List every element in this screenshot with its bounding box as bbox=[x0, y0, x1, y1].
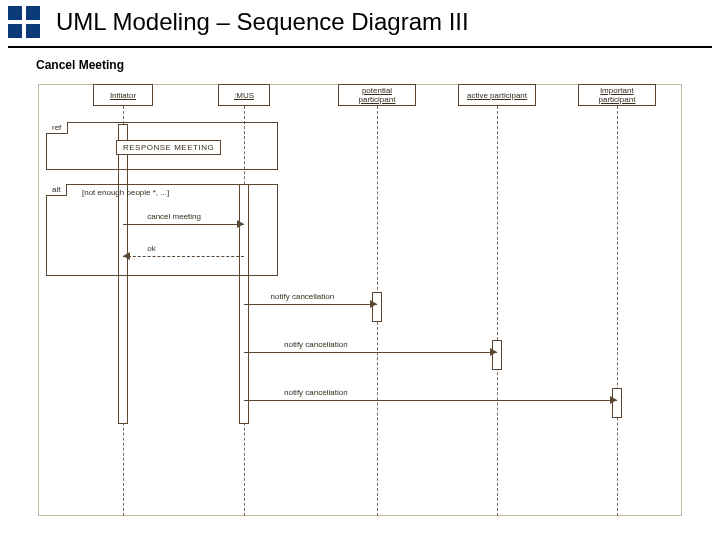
lifeline-head-active: active participant bbox=[458, 84, 536, 106]
message-arrow-cancel_meeting bbox=[237, 220, 244, 228]
message-label-cancel_meeting: cancel meeting bbox=[147, 212, 201, 221]
message-notify1 bbox=[244, 304, 377, 305]
fragment-ref-title: RESPONSE MEETING bbox=[116, 140, 221, 155]
title-bullet-icon bbox=[8, 6, 40, 38]
message-arrow-notify3 bbox=[610, 396, 617, 404]
message-label-notify1: notify cancellation bbox=[271, 292, 335, 301]
lifeline-head-mus: :MUS bbox=[218, 84, 270, 106]
fragment-alt-label: alt bbox=[46, 184, 67, 196]
fragment-alt bbox=[46, 184, 278, 276]
message-notify2 bbox=[244, 352, 497, 353]
lifeline-important bbox=[617, 106, 618, 516]
lifeline-active bbox=[497, 106, 498, 516]
message-arrow-notify2 bbox=[490, 348, 497, 356]
page-title: UML Modeling – Sequence Diagram III bbox=[56, 8, 469, 36]
lifeline-head-important: important participant bbox=[578, 84, 656, 106]
message-arrow-notify1 bbox=[370, 300, 377, 308]
slide-title-bar: UML Modeling – Sequence Diagram III bbox=[8, 6, 712, 48]
message-notify3 bbox=[244, 400, 617, 401]
page-subtitle: Cancel Meeting bbox=[36, 58, 720, 72]
fragment-alt-guard: [not enough people *, ...] bbox=[82, 188, 169, 197]
lifeline-head-initiator: Initiator bbox=[93, 84, 153, 106]
message-label-notify3: notify cancellation bbox=[284, 388, 348, 397]
sequence-diagram: Initiator:MUSpotential participantactive… bbox=[38, 84, 682, 524]
fragment-ref-label: ref bbox=[46, 122, 68, 134]
message-label-ok: ok bbox=[147, 244, 155, 253]
message-label-notify2: notify cancellation bbox=[284, 340, 348, 349]
message-arrow-ok bbox=[123, 252, 130, 260]
message-ok bbox=[123, 256, 244, 257]
lifeline-head-potential: potential participant bbox=[338, 84, 416, 106]
message-cancel_meeting bbox=[123, 224, 244, 225]
